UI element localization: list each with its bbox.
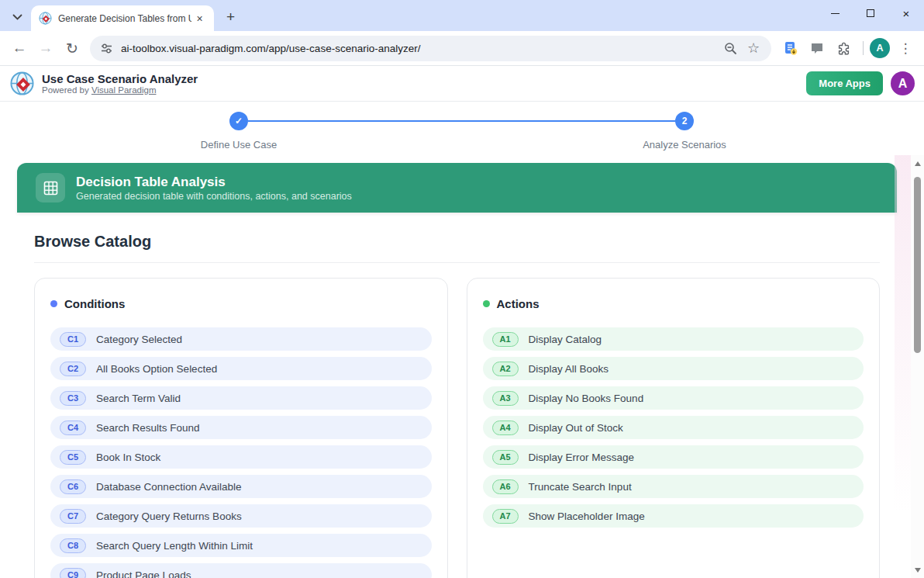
stepper-connector-line [248,120,675,122]
more-apps-button[interactable]: More Apps [806,71,883,95]
card-body: Browse Catalog Conditions C1Category Sel… [17,213,897,578]
condition-row-label: Category Query Returns Books [96,511,242,522]
condition-row-label: All Books Option Selected [96,363,217,375]
action-row-badge: A1 [492,332,519,347]
action-row-badge: A5 [492,450,519,465]
condition-row-badge: C7 [60,509,86,524]
visual-paradigm-favicon-icon [39,12,52,25]
browser-window: Generate Decision Tables from U × + × ← … [0,0,924,578]
powered-by: Powered by Visual Paradigm [42,85,198,95]
browser-menu-kebab-icon[interactable]: ⋮ [895,37,916,59]
action-row-label: Display All Books [529,363,609,375]
condition-row-label: Search Query Length Within Limit [96,540,253,552]
powered-by-prefix: Powered by [42,85,91,95]
banner-text: Decision Table Analysis Generated decisi… [76,174,352,202]
browser-tab[interactable]: Generate Decision Tables from U × [31,5,214,31]
reload-button[interactable]: ↻ [59,35,85,61]
condition-row-badge: C5 [60,450,86,465]
extension-chat-icon[interactable] [805,36,829,60]
scrollbar-thumb[interactable] [914,177,921,353]
condition-row: C2All Books Option Selected [50,357,432,380]
condition-row: C3Search Term Valid [50,386,432,410]
tab-search-chevron-icon[interactable] [6,6,28,28]
condition-row-badge: C2 [60,362,86,376]
decision-table-banner: Decision Table Analysis Generated decisi… [17,163,897,213]
condition-row-label: Database Connection Available [96,481,241,493]
condition-row-badge: C3 [60,391,86,406]
action-row-label: Show Placeholder Image [529,511,645,522]
conditions-header: Conditions [50,297,432,310]
stepper: ✓ 2 Define Use Case Analyze Scenarios [0,102,924,159]
new-tab-button[interactable]: + [220,6,241,27]
window-close-button[interactable]: × [888,0,924,26]
window-minimize-button[interactable] [817,0,853,26]
table-grid-icon [36,173,65,202]
forward-button[interactable]: → [33,35,59,61]
action-row-label: Display Error Message [529,452,635,463]
action-row: A6Truncate Search Input [483,475,864,498]
banner-title: Decision Table Analysis [76,174,352,191]
action-row-badge: A7 [492,509,519,524]
page-title: Browse Catalog [34,213,880,262]
address-bar[interactable]: ai-toolbox.visual-paradigm.com/app/use-c… [90,36,771,61]
action-row: A7Show Placeholder Image [483,504,864,528]
step-1-label: Define Use Case [177,139,301,151]
condition-row-badge: C4 [60,421,86,435]
app-title: Use Case Scenario Analyzer [42,72,198,85]
close-icon: × [903,8,910,19]
browser-profile-avatar[interactable]: A [870,38,890,58]
action-row: A2Display All Books [483,357,864,380]
conditions-dot-icon [50,300,57,307]
scrollbar-up-arrow[interactable] [911,157,924,169]
tab-title: Generate Decision Tables from U [58,13,191,24]
condition-row-badge: C6 [60,479,86,494]
browser-toolbar: ← → ↻ ai-toolbox.visual-paradigm.com/app… [0,31,924,66]
actions-panel: Actions A1Display CatalogA2Display All B… [467,278,881,578]
conditions-title: Conditions [64,297,125,310]
condition-row: C6Database Connection Available [50,475,432,498]
tab-close-icon[interactable]: × [193,12,206,25]
section-divider [34,262,880,263]
bookmark-star-icon[interactable]: ☆ [743,38,764,58]
browser-titlebar: Generate Decision Tables from U × + × [0,0,924,31]
condition-row-label: Product Page Loads [96,569,191,578]
condition-row-label: Search Term Valid [96,393,181,404]
back-button[interactable]: ← [6,35,33,61]
condition-row: C5Book In Stock [50,445,432,469]
condition-row: C7Category Query Returns Books [50,504,432,528]
condition-row-label: Book In Stock [96,452,160,463]
actions-list: A1Display CatalogA2Display All BooksA3Di… [483,327,864,528]
condition-row: C8Search Query Length Within Limit [50,534,432,557]
maximize-icon [867,9,874,17]
condition-row: C9Product Page Loads [50,563,432,578]
window-controls: × [817,0,924,26]
page-scrollbar[interactable] [911,155,924,578]
action-row-label: Display No Books Found [529,393,644,404]
url-text[interactable]: ai-toolbox.visual-paradigm.com/app/use-c… [121,43,717,54]
visual-paradigm-logo [9,71,35,96]
user-avatar[interactable]: A [891,71,915,95]
action-row: A1Display Catalog [483,327,864,351]
step-2-circle[interactable]: 2 [675,112,694,130]
step-2-label: Analyze Scenarios [622,139,746,151]
action-row-label: Display Catalog [529,334,602,345]
arrow-down-icon [915,568,921,573]
background-tint [895,155,911,512]
extensions-puzzle-icon[interactable] [832,36,855,60]
conditions-panel: Conditions C1Category SelectedC2All Book… [34,278,448,578]
site-settings-tune-icon[interactable] [99,41,113,55]
step-1-circle[interactable]: ✓ [229,112,248,130]
visual-paradigm-link[interactable]: Visual Paradigm [91,85,157,95]
action-row-label: Display Out of Stock [529,422,623,434]
condition-row-label: Category Selected [96,334,182,345]
action-row-label: Truncate Search Input [529,481,632,493]
zoom-page-icon[interactable] [720,38,740,58]
actions-dot-icon [483,300,490,307]
page-content: ✓ 2 Define Use Case Analyze Scenarios De [0,102,924,578]
scrollbar-down-arrow[interactable] [911,564,924,576]
action-row-badge: A3 [492,391,519,406]
banner-subtitle: Generated decision table with conditions… [76,191,352,202]
action-row-badge: A4 [492,421,519,435]
window-maximize-button[interactable] [853,0,888,26]
extension-document-icon[interactable] [779,36,802,60]
